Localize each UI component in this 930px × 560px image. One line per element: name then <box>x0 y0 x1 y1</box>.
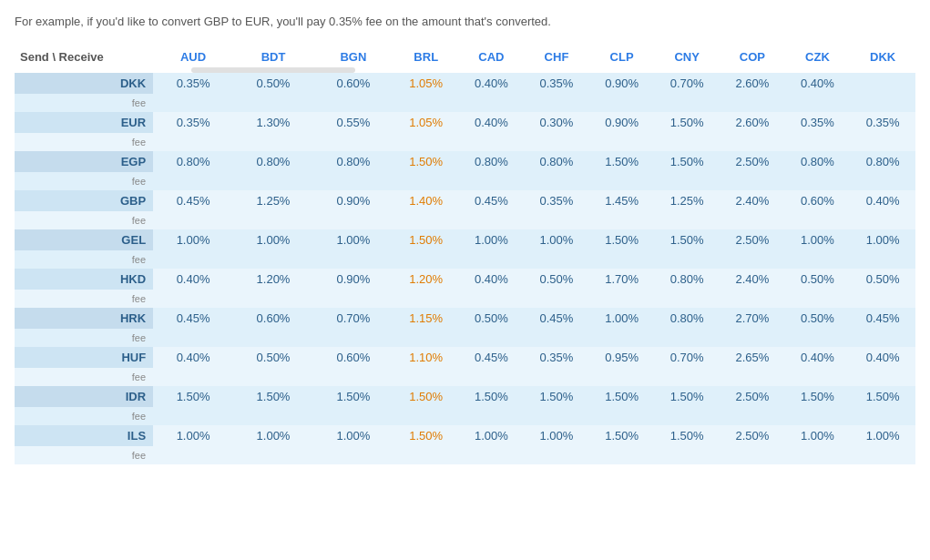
fee-spacer-cell <box>785 133 851 151</box>
fee-spacer-cell <box>153 446 233 464</box>
table-row: GEL1.00%1.00%1.00%1.50%1.00%1.00%1.50%1.… <box>15 229 915 250</box>
fee-cell: 0.50% <box>785 269 851 290</box>
fee-spacer-cell <box>313 290 393 308</box>
fee-spacer-cell <box>720 172 785 190</box>
fee-cell: 0.45% <box>459 190 525 211</box>
fee-cell <box>850 73 915 94</box>
fee-cell: 0.80% <box>459 151 525 172</box>
intro-text: For example, if you'd like to convert GB… <box>15 15 915 28</box>
fee-spacer-cell <box>720 94 785 112</box>
fee-cell: 1.00% <box>785 229 851 250</box>
fee-cell: 0.40% <box>459 269 525 290</box>
fee-spacer-cell <box>233 446 313 464</box>
fee-cell: 0.70% <box>654 73 720 94</box>
fee-spacer-cell <box>393 211 459 229</box>
fee-cell: 0.80% <box>524 151 589 172</box>
fee-cell: 1.70% <box>589 269 655 290</box>
fee-spacer-cell <box>524 446 589 464</box>
fee-cell: 1.00% <box>233 425 313 446</box>
fee-cell: 1.50% <box>393 386 459 407</box>
col-header-brl: BRL <box>393 43 459 67</box>
table-row: HKD0.40%1.20%0.90%1.20%0.40%0.50%1.70%0.… <box>15 269 915 290</box>
fee-cell: 0.50% <box>233 73 313 94</box>
fee-cell: 1.05% <box>393 112 459 133</box>
fee-cell: 0.80% <box>153 151 233 172</box>
fee-spacer-cell <box>459 329 525 347</box>
fee-spacer-cell <box>720 250 785 269</box>
fee-cell: 0.35% <box>153 112 233 133</box>
fee-spacer-cell <box>153 211 233 229</box>
fee-cell: 2.50% <box>720 425 785 446</box>
fee-spacer-cell <box>459 290 525 308</box>
table-row: EUR0.35%1.30%0.55%1.05%0.40%0.30%0.90%1.… <box>15 112 915 133</box>
fee-spacer-cell <box>720 368 785 386</box>
fee-spacer-cell <box>850 368 915 386</box>
fee-cell: 0.40% <box>785 73 851 94</box>
fee-cell: 0.35% <box>524 73 589 94</box>
fee-cell: 0.35% <box>785 112 851 133</box>
fee-cell: 2.65% <box>720 347 785 368</box>
fee-spacer-cell <box>393 290 459 308</box>
fee-cell: 0.40% <box>153 269 233 290</box>
fee-spacer-cell <box>589 329 655 347</box>
fee-cell: 0.95% <box>589 347 655 368</box>
fee-text: fee <box>15 250 153 269</box>
fee-spacer-cell <box>654 446 720 464</box>
currency-label-gel: GEL <box>15 229 153 250</box>
fee-spacer-cell <box>313 250 393 269</box>
fee-cell: 1.00% <box>233 229 313 250</box>
corner-header: Send \ Receive <box>15 43 153 67</box>
fee-cell: 0.40% <box>850 190 915 211</box>
fee-cell: 0.40% <box>459 112 525 133</box>
fee-label-row: fee <box>15 133 915 151</box>
fee-cell: 0.50% <box>459 308 525 329</box>
fee-spacer-cell <box>153 172 233 190</box>
fee-spacer-cell <box>785 290 851 308</box>
col-header-dkk: DKK <box>850 43 915 67</box>
fee-cell: 0.45% <box>459 347 525 368</box>
fee-cell: 2.50% <box>720 386 785 407</box>
table-row: EGP0.80%0.80%0.80%1.50%0.80%0.80%1.50%1.… <box>15 151 915 172</box>
fee-spacer-cell <box>850 250 915 269</box>
col-header-aud: AUD <box>153 43 233 67</box>
fee-cell: 1.15% <box>393 308 459 329</box>
fee-spacer-cell <box>524 250 589 269</box>
fee-spacer-cell <box>313 407 393 425</box>
scroll-bar[interactable] <box>153 67 393 73</box>
fee-spacer-cell <box>233 172 313 190</box>
fee-table: Send \ Receive AUD BDT BGN BRL CAD CHF C… <box>15 43 915 464</box>
fee-cell: 1.50% <box>850 386 915 407</box>
fee-cell: 2.70% <box>720 308 785 329</box>
fee-cell: 0.45% <box>524 308 589 329</box>
fee-cell: 0.90% <box>589 73 655 94</box>
fee-cell: 0.60% <box>313 347 393 368</box>
fee-spacer-cell <box>850 329 915 347</box>
header-row: Send \ Receive AUD BDT BGN BRL CAD CHF C… <box>15 43 915 67</box>
fee-spacer-cell <box>589 446 655 464</box>
fee-cell: 1.50% <box>393 229 459 250</box>
fee-cell: 1.50% <box>589 229 655 250</box>
fee-spacer-cell <box>720 446 785 464</box>
fee-cell: 1.50% <box>589 386 655 407</box>
fee-label-row: fee <box>15 290 915 308</box>
fee-label-row: fee <box>15 368 915 386</box>
fee-spacer-cell <box>850 172 915 190</box>
fee-cell: 0.90% <box>589 112 655 133</box>
fee-cell: 2.60% <box>720 112 785 133</box>
fee-cell: 1.00% <box>153 425 233 446</box>
fee-label-row: fee <box>15 250 915 269</box>
fee-spacer-cell <box>393 407 459 425</box>
fee-spacer-cell <box>524 133 589 151</box>
fee-spacer-cell <box>459 250 525 269</box>
fee-cell: 1.50% <box>459 386 525 407</box>
fee-cell: 1.05% <box>393 73 459 94</box>
col-header-cad: CAD <box>459 43 525 67</box>
table-wrapper: Send \ Receive AUD BDT BGN BRL CAD CHF C… <box>15 43 915 464</box>
col-header-czk: CZK <box>785 43 851 67</box>
fee-cell: 0.90% <box>313 190 393 211</box>
fee-spacer-cell <box>785 94 851 112</box>
fee-cell: 0.50% <box>850 269 915 290</box>
fee-cell: 1.25% <box>233 190 313 211</box>
fee-spacer-cell <box>720 290 785 308</box>
fee-cell: 1.50% <box>654 229 720 250</box>
